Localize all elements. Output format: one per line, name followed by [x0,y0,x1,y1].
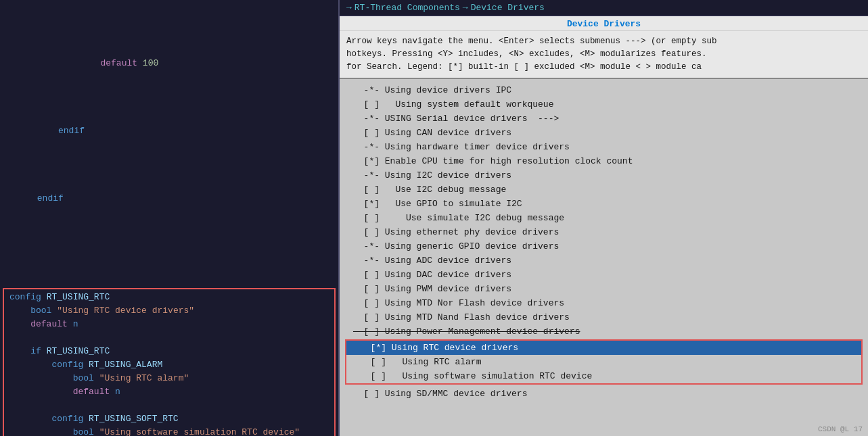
breadcrumb-rt-thread: RT-Thread Components [355,3,460,13]
code-line: endif [0,111,338,151]
menu-item-timer[interactable]: -*- Using hardware timer device drivers [340,140,868,154]
menu-top: -*- Using device drivers IPC [ ] Using s… [340,79,868,339]
menu-item-mtd-nand[interactable]: [ ] Using MTD Nand Flash device drivers [340,310,868,324]
menu-item-gpio[interactable]: -*- Using generic GPIO device drivers [340,239,868,253]
menu-bottom: [ ] Using SD/MMC device drivers [340,385,868,404]
breadcrumb-arrow: → [346,3,352,13]
breadcrumb: → RT-Thread Components → Device Drivers [340,0,868,16]
header-title-text: Device Drivers [567,19,641,29]
help-line-3: for Search. Legend: [*] built-in [ ] exc… [346,61,861,74]
code-line: config RT_USING_SOFT_RTC [4,412,334,426]
right-red-rtc-section: [*] Using RTC device drivers [ ] Using R… [345,339,863,385]
code-line [0,246,338,260]
breadcrumb-device-drivers: Device Drivers [471,3,545,13]
menu-item-ipc[interactable]: -*- Using device drivers IPC [340,83,868,97]
menu-item-i2c[interactable]: -*- Using I2C device drivers [340,168,868,183]
right-menuconfig-panel: → RT-Thread Components → Device Drivers … [338,0,868,436]
left-code-panel: default 100 endif endif config RT_USING_… [0,0,338,436]
code-editor: default 100 endif endif [0,3,338,287]
menu-item-rtc[interactable]: [*] Using RTC device drivers [346,341,861,355]
code-line: default n [4,318,334,331]
menu-item-sdmmc[interactable]: [ ] Using SD/MMC device drivers [340,387,868,401]
menu-item-gpio-i2c[interactable]: [*] Use GPIO to simulate I2C [340,197,868,211]
menu-item-i2c-sim-debug[interactable]: [ ] Use simulate I2C debug message [340,211,868,225]
red-border-rtc-section: config RT_USING_RTC bool "Using RTC devi… [3,288,336,436]
code-line: endif [0,178,338,219]
menu-item-can[interactable]: [ ] Using CAN device drivers [340,126,868,140]
menu-item-dac[interactable]: [ ] Using DAC device drivers [340,268,868,282]
menu-item-cpu-time[interactable]: [*] Enable CPU time for high resolution … [340,154,868,168]
breadcrumb-sep1: → [463,3,468,13]
code-line: bool "Using RTC device drivers" [4,304,334,318]
menu-item-soft-rtc[interactable]: [ ] Using software simulation RTC device [346,369,861,383]
help-line-2: hotkeys. Pressing <Y> includes, <N> excl… [346,48,861,61]
code-line: bool "Using RTC alarm" [4,372,334,385]
code-line: default n [4,385,334,399]
help-line-1: Arrow keys navigate the menu. <Enter> se… [346,35,861,48]
menu-area-wrapper: -*- Using device drivers IPC [ ] Using s… [340,79,868,436]
code-line: config RT_USING_RTC [4,291,334,304]
menu-item-workqueue[interactable]: [ ] Using system default workqueue [340,97,868,112]
menu-item-adc[interactable]: -*- Using ADC device drivers [340,253,868,268]
menu-item-rtc-alarm[interactable]: [ ] Using RTC alarm [346,355,861,369]
menu-item-serial[interactable]: -*- USING Serial device drivers ---> [340,112,868,126]
code-line: config RT_USING_ALARM [4,358,334,372]
menu-item-pm[interactable]: [ ] Using Power Management device driver… [340,324,868,339]
menu-item-mtd-nor[interactable]: [ ] Using MTD Nor Flash device drivers [340,296,868,310]
watermark: CSDN @L 17 [818,425,863,433]
menu-item-i2c-debug[interactable]: [ ] Use I2C debug message [340,183,868,197]
code-line: if RT_USING_RTC [4,345,334,358]
panel-header-title: Device Drivers [340,16,868,31]
menu-item-ethernet[interactable]: [ ] Using ethernet phy device drivers [340,225,868,239]
code-line [4,331,334,345]
help-text-area: Arrow keys navigate the menu. <Enter> se… [340,31,868,79]
code-line: bool "Using software simulation RTC devi… [4,426,334,436]
code-line [4,399,334,412]
code-line: default 100 [0,43,338,84]
menu-item-pwm[interactable]: [ ] Using PWM device drivers [340,282,868,296]
